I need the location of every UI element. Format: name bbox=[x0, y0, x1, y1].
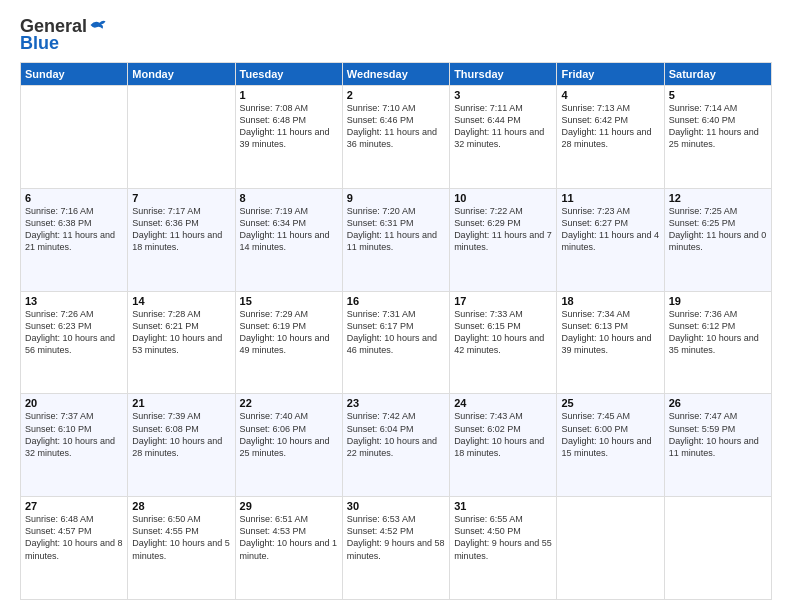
day-number: 20 bbox=[25, 397, 123, 409]
day-number: 13 bbox=[25, 295, 123, 307]
calendar-cell: 18Sunrise: 7:34 AMSunset: 6:13 PMDayligh… bbox=[557, 291, 664, 394]
calendar-cell: 17Sunrise: 7:33 AMSunset: 6:15 PMDayligh… bbox=[450, 291, 557, 394]
day-number: 6 bbox=[25, 192, 123, 204]
calendar-day-header: Saturday bbox=[664, 63, 771, 86]
day-info: Sunrise: 7:28 AMSunset: 6:21 PMDaylight:… bbox=[132, 308, 230, 357]
calendar-day-header: Tuesday bbox=[235, 63, 342, 86]
day-info: Sunrise: 7:29 AMSunset: 6:19 PMDaylight:… bbox=[240, 308, 338, 357]
day-info: Sunrise: 7:36 AMSunset: 6:12 PMDaylight:… bbox=[669, 308, 767, 357]
day-info: Sunrise: 7:08 AMSunset: 6:48 PMDaylight:… bbox=[240, 102, 338, 151]
calendar-cell: 1Sunrise: 7:08 AMSunset: 6:48 PMDaylight… bbox=[235, 86, 342, 189]
day-info: Sunrise: 7:33 AMSunset: 6:15 PMDaylight:… bbox=[454, 308, 552, 357]
day-number: 16 bbox=[347, 295, 445, 307]
day-number: 8 bbox=[240, 192, 338, 204]
calendar-cell: 4Sunrise: 7:13 AMSunset: 6:42 PMDaylight… bbox=[557, 86, 664, 189]
calendar-cell: 10Sunrise: 7:22 AMSunset: 6:29 PMDayligh… bbox=[450, 188, 557, 291]
calendar-cell: 7Sunrise: 7:17 AMSunset: 6:36 PMDaylight… bbox=[128, 188, 235, 291]
day-info: Sunrise: 7:40 AMSunset: 6:06 PMDaylight:… bbox=[240, 410, 338, 459]
calendar-cell: 19Sunrise: 7:36 AMSunset: 6:12 PMDayligh… bbox=[664, 291, 771, 394]
calendar-cell: 5Sunrise: 7:14 AMSunset: 6:40 PMDaylight… bbox=[664, 86, 771, 189]
day-number: 19 bbox=[669, 295, 767, 307]
calendar-cell: 29Sunrise: 6:51 AMSunset: 4:53 PMDayligh… bbox=[235, 497, 342, 600]
page: General Blue SundayMondayTuesdayWednesda… bbox=[0, 0, 792, 612]
calendar-cell: 6Sunrise: 7:16 AMSunset: 6:38 PMDaylight… bbox=[21, 188, 128, 291]
day-number: 21 bbox=[132, 397, 230, 409]
day-info: Sunrise: 7:14 AMSunset: 6:40 PMDaylight:… bbox=[669, 102, 767, 151]
day-number: 28 bbox=[132, 500, 230, 512]
calendar-cell: 20Sunrise: 7:37 AMSunset: 6:10 PMDayligh… bbox=[21, 394, 128, 497]
calendar-cell: 2Sunrise: 7:10 AMSunset: 6:46 PMDaylight… bbox=[342, 86, 449, 189]
day-info: Sunrise: 7:22 AMSunset: 6:29 PMDaylight:… bbox=[454, 205, 552, 254]
day-info: Sunrise: 6:51 AMSunset: 4:53 PMDaylight:… bbox=[240, 513, 338, 562]
calendar-cell: 23Sunrise: 7:42 AMSunset: 6:04 PMDayligh… bbox=[342, 394, 449, 497]
calendar-cell: 3Sunrise: 7:11 AMSunset: 6:44 PMDaylight… bbox=[450, 86, 557, 189]
day-number: 29 bbox=[240, 500, 338, 512]
calendar-cell: 27Sunrise: 6:48 AMSunset: 4:57 PMDayligh… bbox=[21, 497, 128, 600]
calendar-day-header: Thursday bbox=[450, 63, 557, 86]
calendar-cell: 14Sunrise: 7:28 AMSunset: 6:21 PMDayligh… bbox=[128, 291, 235, 394]
calendar-cell: 24Sunrise: 7:43 AMSunset: 6:02 PMDayligh… bbox=[450, 394, 557, 497]
day-info: Sunrise: 6:53 AMSunset: 4:52 PMDaylight:… bbox=[347, 513, 445, 562]
day-number: 27 bbox=[25, 500, 123, 512]
calendar-cell: 13Sunrise: 7:26 AMSunset: 6:23 PMDayligh… bbox=[21, 291, 128, 394]
day-number: 11 bbox=[561, 192, 659, 204]
logo: General Blue bbox=[20, 16, 107, 54]
day-info: Sunrise: 7:25 AMSunset: 6:25 PMDaylight:… bbox=[669, 205, 767, 254]
day-number: 1 bbox=[240, 89, 338, 101]
calendar-header-row: SundayMondayTuesdayWednesdayThursdayFrid… bbox=[21, 63, 772, 86]
calendar-day-header: Sunday bbox=[21, 63, 128, 86]
day-number: 18 bbox=[561, 295, 659, 307]
calendar-cell: 11Sunrise: 7:23 AMSunset: 6:27 PMDayligh… bbox=[557, 188, 664, 291]
calendar-cell: 12Sunrise: 7:25 AMSunset: 6:25 PMDayligh… bbox=[664, 188, 771, 291]
day-info: Sunrise: 6:55 AMSunset: 4:50 PMDaylight:… bbox=[454, 513, 552, 562]
day-number: 12 bbox=[669, 192, 767, 204]
day-number: 15 bbox=[240, 295, 338, 307]
day-number: 4 bbox=[561, 89, 659, 101]
day-info: Sunrise: 6:50 AMSunset: 4:55 PMDaylight:… bbox=[132, 513, 230, 562]
day-info: Sunrise: 7:34 AMSunset: 6:13 PMDaylight:… bbox=[561, 308, 659, 357]
day-number: 10 bbox=[454, 192, 552, 204]
day-info: Sunrise: 7:11 AMSunset: 6:44 PMDaylight:… bbox=[454, 102, 552, 151]
calendar-cell bbox=[664, 497, 771, 600]
day-info: Sunrise: 7:13 AMSunset: 6:42 PMDaylight:… bbox=[561, 102, 659, 151]
calendar-week-row: 6Sunrise: 7:16 AMSunset: 6:38 PMDaylight… bbox=[21, 188, 772, 291]
header: General Blue bbox=[20, 16, 772, 54]
calendar-cell: 30Sunrise: 6:53 AMSunset: 4:52 PMDayligh… bbox=[342, 497, 449, 600]
day-info: Sunrise: 7:47 AMSunset: 5:59 PMDaylight:… bbox=[669, 410, 767, 459]
day-number: 5 bbox=[669, 89, 767, 101]
day-number: 3 bbox=[454, 89, 552, 101]
day-info: Sunrise: 7:17 AMSunset: 6:36 PMDaylight:… bbox=[132, 205, 230, 254]
day-number: 31 bbox=[454, 500, 552, 512]
day-info: Sunrise: 7:42 AMSunset: 6:04 PMDaylight:… bbox=[347, 410, 445, 459]
logo-blue-text: Blue bbox=[20, 33, 59, 54]
calendar-week-row: 20Sunrise: 7:37 AMSunset: 6:10 PMDayligh… bbox=[21, 394, 772, 497]
day-info: Sunrise: 7:23 AMSunset: 6:27 PMDaylight:… bbox=[561, 205, 659, 254]
calendar-day-header: Wednesday bbox=[342, 63, 449, 86]
day-info: Sunrise: 7:16 AMSunset: 6:38 PMDaylight:… bbox=[25, 205, 123, 254]
day-number: 17 bbox=[454, 295, 552, 307]
calendar-day-header: Monday bbox=[128, 63, 235, 86]
calendar-cell: 28Sunrise: 6:50 AMSunset: 4:55 PMDayligh… bbox=[128, 497, 235, 600]
calendar-cell: 26Sunrise: 7:47 AMSunset: 5:59 PMDayligh… bbox=[664, 394, 771, 497]
day-info: Sunrise: 7:10 AMSunset: 6:46 PMDaylight:… bbox=[347, 102, 445, 151]
calendar-week-row: 27Sunrise: 6:48 AMSunset: 4:57 PMDayligh… bbox=[21, 497, 772, 600]
day-number: 22 bbox=[240, 397, 338, 409]
calendar-cell bbox=[21, 86, 128, 189]
calendar-cell: 31Sunrise: 6:55 AMSunset: 4:50 PMDayligh… bbox=[450, 497, 557, 600]
day-number: 30 bbox=[347, 500, 445, 512]
logo-bird-icon bbox=[89, 18, 107, 32]
day-number: 9 bbox=[347, 192, 445, 204]
calendar-cell: 16Sunrise: 7:31 AMSunset: 6:17 PMDayligh… bbox=[342, 291, 449, 394]
day-info: Sunrise: 6:48 AMSunset: 4:57 PMDaylight:… bbox=[25, 513, 123, 562]
day-number: 24 bbox=[454, 397, 552, 409]
calendar-cell: 8Sunrise: 7:19 AMSunset: 6:34 PMDaylight… bbox=[235, 188, 342, 291]
calendar-cell: 22Sunrise: 7:40 AMSunset: 6:06 PMDayligh… bbox=[235, 394, 342, 497]
calendar-cell: 9Sunrise: 7:20 AMSunset: 6:31 PMDaylight… bbox=[342, 188, 449, 291]
day-info: Sunrise: 7:19 AMSunset: 6:34 PMDaylight:… bbox=[240, 205, 338, 254]
day-info: Sunrise: 7:43 AMSunset: 6:02 PMDaylight:… bbox=[454, 410, 552, 459]
calendar-cell: 25Sunrise: 7:45 AMSunset: 6:00 PMDayligh… bbox=[557, 394, 664, 497]
day-number: 7 bbox=[132, 192, 230, 204]
calendar-week-row: 1Sunrise: 7:08 AMSunset: 6:48 PMDaylight… bbox=[21, 86, 772, 189]
calendar-day-header: Friday bbox=[557, 63, 664, 86]
calendar-cell bbox=[557, 497, 664, 600]
